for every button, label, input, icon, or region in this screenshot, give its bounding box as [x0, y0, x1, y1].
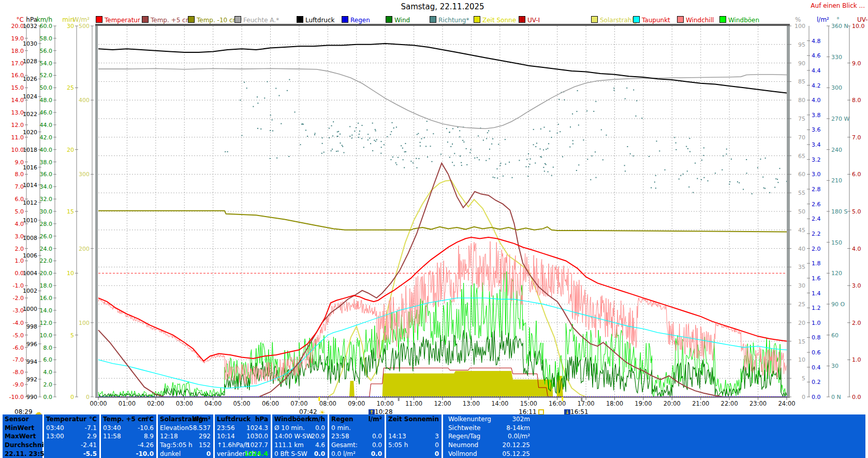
axis-label: 54.0 [40, 60, 53, 67]
series-wind-direction-dot [260, 128, 261, 130]
table-cell: 1024.3 [246, 424, 268, 432]
series-wind-direction-dot [375, 141, 376, 142]
series-wind-direction-dot [376, 139, 377, 140]
axis-label: 1000 [23, 306, 37, 312]
table-cell: Sensor [5, 415, 29, 423]
series-wind-direction-dot [323, 152, 325, 153]
series-wind-direction-dot [586, 110, 587, 111]
table-row: SolarstrahlgW/m² [158, 415, 213, 423]
series-wind-direction-dot [595, 151, 596, 152]
series-wind-direction-dot [384, 144, 385, 145]
axis-label: 20 [798, 320, 805, 326]
table-cell: 2.9 [87, 432, 97, 440]
series-wind-direction-dot [697, 178, 698, 179]
table-row: 22.11. 23:58 [3, 450, 42, 458]
axis-label: 80 [798, 97, 805, 104]
series-wind-direction-dot [426, 121, 428, 122]
series-wind-direction-dot [715, 173, 716, 174]
axis-label: 5.0 [15, 208, 24, 215]
series-wind-direction-dot [270, 115, 271, 116]
axis-label: 2.4 [812, 216, 821, 222]
series-wind-direction-dot [301, 124, 302, 125]
table-cell: ↑1.6hPa/h [217, 441, 249, 449]
axis-label: 17:00 [578, 400, 595, 407]
axis-label: 0.8 [812, 334, 821, 341]
axis-label: 6.0 [43, 356, 53, 363]
table-row: Sensor [3, 415, 42, 423]
series-wind-direction-dot [627, 146, 628, 147]
series-wind-direction-dot [493, 177, 494, 178]
series-wind-direction-dot [491, 144, 492, 145]
series-wind-direction-dot [763, 188, 764, 189]
series-wind-direction-dot [543, 127, 545, 128]
table-row: Sichtweite8-14km [443, 424, 865, 432]
axis-label: 150 [831, 239, 842, 246]
axis-label: 0 [802, 394, 805, 400]
table-row: Tag:5:05 h152 [158, 441, 213, 449]
series-wind-direction-dot [332, 149, 333, 150]
series-wind-direction-dot [665, 169, 666, 170]
series-wind-direction-dot [356, 127, 357, 128]
series-wind-direction-dot [675, 142, 676, 144]
series-wind-direction-dot [540, 156, 541, 157]
series-wind-direction-dot [338, 131, 339, 132]
series-wind-direction-dot [449, 157, 450, 158]
series-wind-direction-dot [687, 148, 688, 149]
axis-label: 32.0 [40, 196, 53, 203]
axis-label: °C [17, 16, 24, 23]
series-wind-direction-dot [649, 156, 650, 157]
series-wind-direction-dot [613, 88, 614, 89]
axis-label: 3.0 [812, 171, 821, 178]
series-wind-direction-dot [777, 179, 778, 180]
axis-label: 998 [26, 323, 37, 330]
table-cell: 05.12.25 [500, 450, 530, 458]
series-wind-direction-dot [241, 135, 242, 136]
table-cell: -4.26 [138, 441, 154, 449]
series-wind-direction-dot [425, 146, 426, 147]
series-wind-direction-dot [636, 101, 637, 102]
series-wind-direction-dot [489, 149, 490, 150]
series-wind-direction-dot [390, 134, 391, 135]
axis-label: 1.8 [812, 260, 821, 267]
series-wind-direction-dot [752, 193, 753, 194]
axis-label: 2.2 [812, 231, 821, 237]
series-wind-direction-dot [405, 151, 406, 152]
axis-label: km/h [37, 16, 52, 23]
series-wind-direction-dot [390, 159, 391, 160]
axis-label: 75 [798, 116, 805, 122]
table-row: 12:18292 [158, 432, 213, 440]
axis-label: 10 [798, 356, 805, 363]
table-cell: Neumond [448, 441, 478, 449]
series-wind-direction-dot [722, 169, 723, 170]
table-cell: 4.6 [315, 441, 325, 449]
series-wind-direction-dot [342, 146, 343, 147]
axis-label: 0.4 [812, 364, 821, 371]
axis-label: 30 [798, 282, 805, 289]
series-wind-direction-dot [624, 165, 625, 166]
series-wind-direction-dot [746, 159, 747, 160]
table-cell: Ø 10 min. [274, 424, 305, 432]
series-wind-direction-dot [463, 141, 464, 142]
series-wind-direction-dot [331, 150, 332, 151]
series-wind-direction-dot [322, 137, 323, 138]
table-column: Zeit Sonnemin14:1335:05 h00 [386, 414, 442, 458]
series-wind-direction-dot [470, 149, 471, 150]
axis-label: 90 O [831, 301, 845, 308]
series-wind-direction-dot [488, 130, 489, 131]
axis-label: 50 [798, 208, 805, 215]
axis-label: 5 [802, 375, 805, 382]
axis-label: 58.0 [40, 35, 53, 42]
series-wind-direction-dot [289, 79, 290, 80]
series-wind-direction-dot [375, 131, 376, 132]
series-wind-direction-dot [654, 181, 655, 182]
series-wind-direction-dot [227, 151, 228, 152]
series-wind-direction-dot [655, 175, 656, 176]
series-wind-direction-dot [558, 124, 559, 125]
series-wind-direction-dot [257, 103, 258, 104]
axis-label: 13:00 [463, 400, 480, 407]
axis-label: 40 [798, 246, 805, 252]
table-cell: 1027.7 [246, 441, 268, 449]
axis-label: 1.0 [852, 356, 861, 363]
table-cell: 1024.4 [244, 450, 268, 458]
table-row: Windböenkm/h [272, 415, 328, 423]
